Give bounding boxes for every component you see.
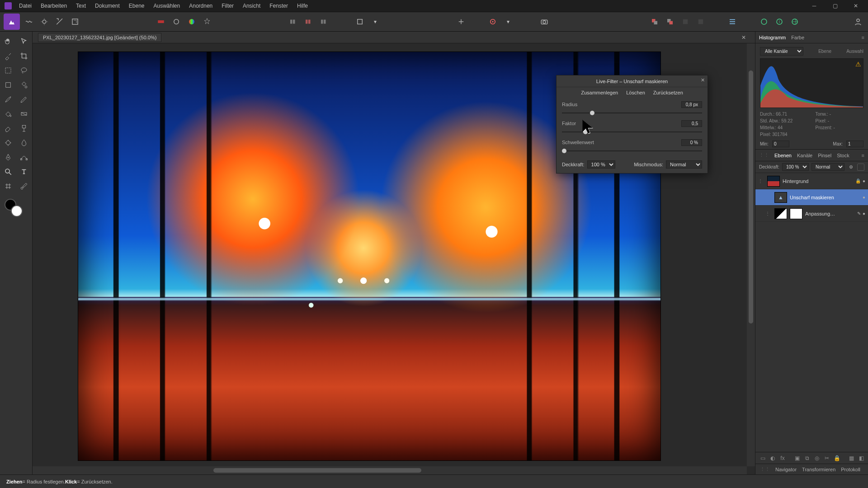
tab-histogram[interactable]: Histogramm — [759, 35, 786, 40]
persona-tonemap-icon[interactable] — [53, 15, 66, 28]
align-left-icon[interactable] — [287, 15, 299, 28]
histogram-channel-select[interactable]: Alle Kanäle — [760, 47, 803, 56]
crop-tool-icon[interactable] — [16, 49, 33, 63]
layers-lock-icon[interactable]: 🔒 — [833, 455, 840, 462]
quickmask-icon[interactable] — [354, 15, 366, 28]
radius-slider[interactable] — [562, 110, 702, 116]
hand-tool-icon[interactable] — [0, 34, 16, 49]
layers-gear-icon[interactable]: ⚙ — [847, 164, 854, 171]
account-icon[interactable] — [852, 15, 864, 28]
bottom-grip-icon[interactable]: ⋮⋮ — [760, 466, 770, 472]
layers-crop-icon[interactable]: ✂ — [823, 455, 830, 462]
pen-tool-icon[interactable] — [0, 150, 16, 164]
cloud-upload-icon[interactable] — [773, 15, 786, 28]
menu-anordnen[interactable]: Anordnen — [184, 1, 217, 11]
distribute-icon[interactable] — [726, 15, 739, 28]
menu-bearbeiten[interactable]: Bearbeiten — [36, 1, 71, 11]
eye-icon[interactable]: ● — [863, 178, 865, 183]
panel-menu-icon[interactable]: ≡ — [862, 35, 864, 40]
tab-channels[interactable]: Kanäle — [797, 153, 812, 158]
factor-value-field[interactable]: 0,5 — [681, 120, 702, 127]
dialog-close-button[interactable]: ✕ — [701, 77, 705, 83]
threshold-slider[interactable] — [562, 148, 702, 154]
tab-color[interactable]: Farbe — [791, 35, 804, 40]
cloud-sync-icon[interactable] — [758, 15, 770, 28]
pencil-tool-icon[interactable] — [16, 92, 33, 107]
window-minimize-button[interactable]: ─ — [804, 0, 825, 12]
dialog-blend-select[interactable]: Normal — [666, 160, 702, 169]
eye-icon[interactable]: ● — [863, 211, 865, 216]
tool-effects-icon[interactable] — [201, 15, 213, 28]
align-center-icon[interactable] — [302, 15, 315, 28]
tab-stock[interactable]: Stock — [837, 153, 849, 158]
layers-checker-icon[interactable] — [857, 164, 864, 171]
text-tool-icon[interactable] — [16, 164, 33, 179]
tab-navigator[interactable]: Navigator — [775, 467, 797, 472]
layers-fx-icon[interactable]: fx — [779, 455, 786, 462]
menu-fenster[interactable]: Fenster — [265, 1, 292, 11]
tool-softness-icon[interactable] — [170, 15, 183, 28]
eraser-tool-icon[interactable] — [0, 121, 16, 136]
node-tool-icon[interactable] — [16, 150, 33, 164]
window-maximize-button[interactable]: ▢ — [825, 0, 845, 12]
canvas-hscrollbar[interactable] — [33, 466, 747, 474]
swatch-foreground-icon[interactable] — [155, 15, 167, 28]
layer-name[interactable]: Anpassung… — [805, 211, 854, 216]
live-filter-dialog[interactable]: Live-Filter – Unscharf maskieren ✕ Zusam… — [556, 75, 708, 174]
layers-grip-icon[interactable]: ⋮⋮ — [759, 152, 769, 158]
lock-icon[interactable]: 🔒 — [855, 178, 861, 183]
eyedropper-tool-icon[interactable] — [16, 179, 33, 193]
fill-tool-icon[interactable] — [0, 107, 16, 121]
persona-liquify-icon[interactable] — [23, 15, 35, 28]
window-close-button[interactable]: ✕ — [845, 0, 866, 12]
tool-colorwheel-icon[interactable] — [185, 15, 198, 28]
mesh-tool-icon[interactable] — [0, 179, 16, 193]
tab-transform[interactable]: Transformieren — [802, 467, 835, 472]
layer-row-adjustment[interactable]: ⋮ Anpassung… ✎● — [755, 206, 868, 222]
flood-select-tool-icon[interactable] — [16, 78, 33, 92]
selection-refine-icon[interactable] — [486, 15, 499, 28]
background-color-swatch[interactable] — [11, 205, 23, 217]
threshold-value-field[interactable]: 0 % — [681, 139, 702, 146]
persona-export-icon[interactable] — [69, 15, 81, 28]
radius-value-field[interactable]: 0,8 px — [681, 101, 702, 108]
layer-name[interactable]: Hintergrund — [783, 178, 853, 184]
selection-brush-tool-icon[interactable] — [0, 49, 16, 63]
menu-auswaehlen[interactable]: Auswählen — [149, 1, 184, 11]
layers-add-pixel-icon[interactable]: ▦ — [848, 455, 855, 462]
menu-hilfe[interactable]: Hilfe — [292, 1, 312, 11]
quickmask-dropdown-icon[interactable]: ▾ — [369, 15, 382, 28]
layer-name[interactable]: Unscharf maskieren — [790, 195, 860, 200]
tab-layers[interactable]: Ebenen — [774, 153, 792, 158]
menu-text[interactable]: Text — [71, 1, 90, 11]
arrange-back-icon[interactable] — [648, 15, 661, 28]
layers-add-mask-icon[interactable]: ◧ — [858, 455, 865, 462]
color-swatches[interactable] — [0, 197, 32, 224]
tab-history[interactable]: Protokoll — [841, 467, 860, 472]
snap-icon[interactable] — [455, 15, 467, 28]
layer-row-background[interactable]: ⋮ Hintergrund 🔒● — [755, 173, 868, 189]
persona-photo-icon[interactable] — [4, 14, 20, 30]
persona-develop-icon[interactable] — [38, 15, 51, 28]
layers-opacity-select[interactable]: 100 % — [782, 163, 809, 171]
layers-adjust-icon[interactable]: ◐ — [769, 455, 776, 462]
histogram-mode-selection[interactable]: Auswahl — [846, 49, 863, 54]
document-tab[interactable]: PXL_20230127_135623241.jpg [Geändert] (5… — [38, 33, 161, 42]
menu-filter[interactable]: Filter — [217, 1, 238, 11]
layers-livefilter-icon[interactable]: ◎ — [813, 455, 821, 462]
hist-max-input[interactable] — [846, 141, 863, 147]
histogram-mode-layer[interactable]: Ebene — [818, 49, 831, 54]
hist-min-input[interactable] — [772, 141, 789, 147]
layer-row-unsharp[interactable]: ▲ Unscharf maskieren ● — [755, 189, 868, 206]
menu-dokument[interactable]: Dokument — [90, 1, 124, 11]
menu-ansicht[interactable]: Ansicht — [238, 1, 265, 11]
selection-dropdown-icon[interactable]: ▾ — [502, 15, 514, 28]
shape-tool-icon[interactable] — [0, 78, 16, 92]
layers-group-icon[interactable]: ▣ — [793, 455, 801, 462]
tab-brush[interactable]: Pinsel — [818, 153, 831, 158]
lasso-tool-icon[interactable] — [16, 63, 33, 78]
menu-ebene[interactable]: Ebene — [124, 1, 149, 11]
align-right-icon[interactable] — [317, 15, 330, 28]
gradient-tool-icon[interactable] — [16, 107, 33, 121]
zoom-tool-icon[interactable] — [0, 164, 16, 179]
